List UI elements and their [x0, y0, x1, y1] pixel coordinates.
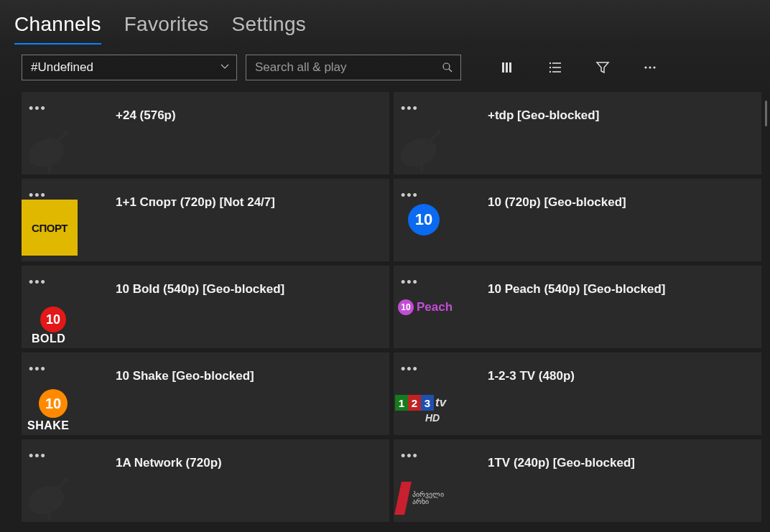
channel-thumb: •••СПОРТ	[22, 185, 83, 256]
channel-title: 1+1 Спорт (720p) [Not 24/7]	[83, 185, 275, 210]
card-more-icon[interactable]: •••	[29, 276, 47, 289]
search-input[interactable]	[255, 60, 442, 75]
channel-thumb: •••10BOLD	[22, 271, 83, 342]
channel-card[interactable]: •••10BOLD10 Bold (540p) [Geo-blocked]	[22, 266, 389, 348]
svg-point-9	[549, 71, 551, 73]
tab-favorites[interactable]: Favorites	[124, 13, 209, 43]
card-more-icon[interactable]: •••	[401, 189, 419, 202]
channel-thumb: •••	[394, 98, 455, 169]
svg-rect-10	[552, 71, 561, 73]
channel-thumb: •••10Peach	[394, 271, 455, 342]
channel-card[interactable]: •••123tvHD1-2-3 TV (480p)	[394, 353, 761, 435]
view-tools	[500, 60, 658, 75]
card-more-icon[interactable]: •••	[401, 102, 419, 115]
more-icon[interactable]	[642, 60, 658, 75]
toolbar: #Undefined	[0, 45, 770, 92]
channel-thumb: •••პირველიარხი	[394, 445, 455, 516]
channel-card[interactable]: •••+24 (576p)	[22, 92, 389, 174]
svg-rect-6	[552, 62, 561, 64]
svg-point-14	[24, 134, 68, 172]
svg-rect-4	[509, 62, 511, 73]
tab-channels[interactable]: Channels	[14, 13, 101, 45]
card-more-icon[interactable]: •••	[401, 276, 419, 289]
svg-point-22	[24, 481, 68, 519]
card-more-icon[interactable]: •••	[401, 449, 419, 462]
chevron-down-icon	[221, 62, 229, 73]
svg-point-0	[443, 63, 450, 70]
svg-rect-3	[506, 62, 508, 73]
columns-view-icon[interactable]	[500, 60, 516, 75]
svg-rect-19	[420, 161, 424, 172]
svg-rect-8	[552, 67, 561, 68]
tab-settings[interactable]: Settings	[232, 13, 307, 43]
svg-point-25	[64, 477, 69, 482]
channel-card[interactable]: •••СПОРТ1+1 Спорт (720p) [Not 24/7]	[22, 179, 389, 261]
channel-card[interactable]: •••10SHAKE10 Shake [Geo-blocked]	[22, 353, 389, 435]
card-more-icon[interactable]: •••	[29, 363, 47, 375]
channel-card[interactable]: •••1A Network (720p)	[22, 439, 389, 522]
channel-title: +24 (576p)	[83, 98, 176, 123]
filter-icon[interactable]	[595, 60, 611, 75]
channel-title: 10 Bold (540p) [Geo-blocked]	[83, 271, 284, 297]
svg-point-12	[649, 66, 651, 68]
channel-grid: •••+24 (576p)•••+tdp [Geo-blocked]•••СПО…	[22, 92, 761, 522]
search-box[interactable]	[246, 55, 461, 80]
card-more-icon[interactable]: •••	[29, 449, 47, 462]
card-more-icon[interactable]: •••	[401, 363, 419, 375]
scrollbar[interactable]	[765, 101, 767, 126]
channel-thumb: •••10SHAKE	[22, 358, 83, 429]
svg-point-7	[549, 67, 551, 68]
channel-title: 1TV (240p) [Geo-blocked]	[455, 445, 635, 471]
svg-line-1	[449, 69, 452, 72]
channel-title: 1-2-3 TV (480p)	[455, 358, 575, 384]
svg-point-17	[64, 130, 69, 135]
nav-tabs: Channels Favorites Settings	[0, 0, 770, 45]
svg-point-5	[549, 62, 551, 64]
channel-title: 10 (720p) [Geo-blocked]	[455, 185, 626, 210]
svg-rect-23	[48, 508, 52, 520]
channel-card[interactable]: •••+tdp [Geo-blocked]	[394, 92, 761, 174]
svg-rect-15	[48, 161, 52, 172]
channel-title: +tdp [Geo-blocked]	[455, 98, 599, 123]
channel-title: 1A Network (720p)	[83, 445, 222, 471]
svg-rect-2	[502, 62, 504, 73]
category-dropdown[interactable]: #Undefined	[22, 55, 237, 80]
channel-thumb: •••	[22, 445, 83, 516]
dropdown-value: #Undefined	[31, 60, 93, 75]
channel-title: 10 Peach (540p) [Geo-blocked]	[455, 271, 666, 297]
card-more-icon[interactable]: •••	[29, 102, 47, 115]
search-icon	[442, 62, 453, 73]
channel-thumb: •••	[22, 98, 83, 169]
channel-card[interactable]: •••პირველიარხი1TV (240p) [Geo-blocked]	[394, 439, 761, 522]
channel-card[interactable]: •••10Peach10 Peach (540p) [Geo-blocked]	[394, 266, 761, 348]
svg-point-11	[644, 66, 646, 68]
channel-thumb: •••123tvHD	[394, 358, 455, 429]
svg-point-18	[396, 134, 440, 172]
list-view-icon[interactable]	[547, 60, 563, 75]
svg-point-13	[653, 66, 655, 68]
channel-card[interactable]: •••1010 (720p) [Geo-blocked]	[394, 179, 761, 261]
channel-title: 10 Shake [Geo-blocked]	[83, 358, 254, 384]
channel-thumb: •••10	[394, 185, 455, 256]
svg-point-21	[436, 130, 441, 135]
